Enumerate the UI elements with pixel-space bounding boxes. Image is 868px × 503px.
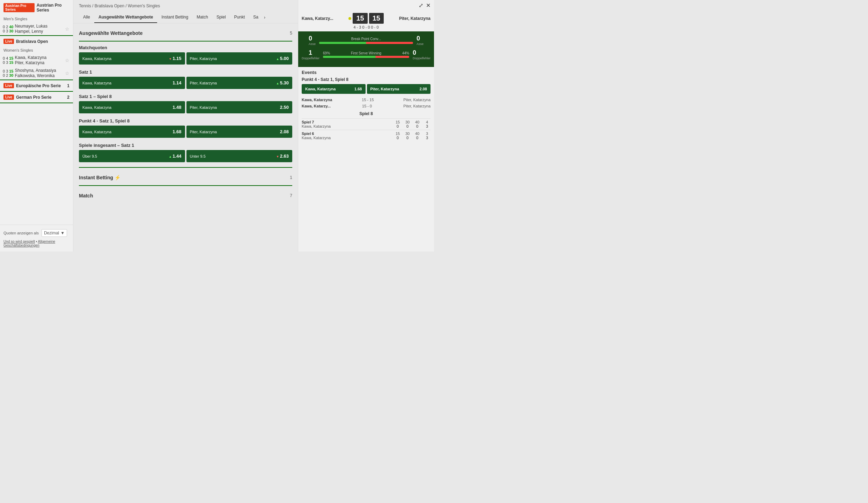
league-header-europaeische[interactable]: Live Europäische Pro Serie 1 (0, 80, 73, 91)
bet-btn-kawa-satz1[interactable]: Kawa, Katarzyna 1.14 (79, 77, 185, 89)
favorite-star-neumayer[interactable]: ☆ (65, 26, 69, 32)
odds-select[interactable]: Dezimal ▼ (42, 229, 67, 237)
tab-match[interactable]: Match (192, 12, 212, 23)
score-event-row-1: Kawa, Katarzyna 15 - 15 Piter, Katarzyna (302, 97, 431, 103)
stat-right-val-break: 0 (417, 35, 427, 42)
section-header-instant[interactable]: Instant Betting ⚡ 1 (79, 171, 292, 183)
tab-punkt[interactable]: Punkt (230, 12, 249, 23)
bet-group-title-punkt4: Punkt 4 - Satz 1, Spiel 8 (79, 118, 292, 123)
bet-row-satz1-spiel8: Kawa, Katarzyna 1.48 Piter, Katarzyna 2.… (79, 101, 292, 113)
event-bet-btn-kawa[interactable]: Kawa, Katarzyna 1.68 (302, 84, 366, 94)
event-bet-name-piter: Piter, Katarzyna (370, 87, 399, 91)
section-count-match: 7 (290, 193, 292, 198)
league-name-europaeische: Europäische Pro Serie (16, 83, 61, 88)
stat-row-break: 0 Asse Break Point Conv... 0 Asse (302, 35, 431, 46)
live-badge-bratislava: Live (3, 39, 14, 44)
spiel-label-7: Spiel 7 Kawa, Katarzyna (302, 120, 331, 128)
spiel-history: Spiel 7 Kawa, Katarzyna 150 300 400 43 (302, 118, 431, 141)
stat-right-sub-break: Asse (417, 42, 431, 46)
match-names-shoshyna: Shoshyna, Anastasiya Falkowska, Weronika (15, 68, 64, 78)
bet-row-spiele: Über 9.5 ▲1.44 Unter 9.5 ▼2.63 (79, 150, 292, 162)
stats-area: 0 Asse Break Point Conv... 0 Asse 1 Dopp… (298, 31, 434, 67)
dropdown-arrow-icon: ▼ (60, 231, 65, 235)
betting-area: Ausgewählte Wettangebote 5 Matchquoten K… (73, 23, 298, 252)
spiel-col-6-30: 300 (404, 132, 411, 140)
section-header-match[interactable]: Match 7 (79, 189, 292, 201)
spiel-row-6: Spiel 6 Kawa, Katarzyna 150 300 400 33 (302, 130, 431, 141)
player1-kawa: Kawa, Katarzyna (15, 55, 64, 60)
league-count-german: 2 (67, 95, 69, 100)
tabs-bar: Alle Ausgewählte Wettangebote Instant Be… (73, 12, 298, 23)
league-bratislava: Live Bratislava Open Women's Singles 041… (0, 36, 73, 80)
stat-bar-serve (323, 56, 409, 58)
resize-icon[interactable]: ⤢ (419, 2, 423, 9)
bet-btn-piter-s1s8[interactable]: Piter, Katarzyna 2.50 (186, 101, 293, 113)
bet-group-satz1: Satz 1 Kawa, Katarzyna 1.14 Piter, Katar… (79, 69, 292, 89)
event-bet-odds-kawa: 1.68 (354, 87, 362, 91)
bet-btn-unter[interactable]: Unter 9.5 ▼2.63 (186, 150, 293, 162)
bet-btn-kawa-s1s8[interactable]: Kawa, Katarzyna 1.48 (79, 101, 185, 113)
bet-btn-piter-match[interactable]: Piter, Katarzyna ▲5.00 (186, 52, 293, 65)
footer-link-rules[interactable]: Und so wird gespielt (3, 240, 35, 243)
bet-btn-piter-punkt4[interactable]: Piter, Katarzyna 2.08 (186, 126, 293, 138)
bet-btn-kawa-match[interactable]: Kawa, Katarzyna ▼1.15 (79, 52, 185, 65)
bet-odds-kawa-punkt4: 1.68 (172, 129, 181, 134)
stat-left-pct-serve: 69% (323, 51, 330, 55)
close-icon[interactable]: ✕ (426, 2, 431, 9)
spiel-col-6-40: 400 (414, 132, 421, 140)
stat-center-serve: 69% First Serve Winning 44% (319, 51, 413, 58)
right-panel-header: ⤢ ✕ (298, 0, 434, 11)
section-divider-instant (79, 167, 292, 168)
league-header-german[interactable]: Live German Pro Serie 2 (0, 92, 73, 103)
section-divider-match (79, 185, 292, 186)
bet-group-spiele: Spiele insgesamt – Satz 1 Über 9.5 ▲1.44… (79, 143, 292, 162)
league-header-austrian[interactable]: Austrian Pro Series Austrian Pro Series (0, 0, 73, 15)
bet-btn-piter-satz1[interactable]: Piter, Katarzyna ▲5.30 (186, 77, 293, 89)
stat-left-sub-serve: Doppelfehler (302, 57, 319, 60)
section-count-ausgewaehlte: 5 (290, 31, 292, 36)
bet-btn-uber[interactable]: Über 9.5 ▲1.44 (79, 150, 185, 162)
spiel-col-7-fin: 43 (424, 120, 431, 128)
section-divider-top (79, 41, 292, 42)
bet-name-piter-s1s8: Piter, Katarzyna (190, 105, 217, 110)
bet-odds-kawa-match: ▼1.15 (169, 56, 181, 61)
event-bet-btn-piter[interactable]: Piter, Katarzyna 2.08 (367, 84, 431, 94)
category-mens-singles: Men's Singles (0, 15, 73, 22)
event-label: Punkt 4 - Satz 1, Spiel 8 (302, 77, 431, 82)
match-scores-neumayer: 0240 0330 (3, 25, 14, 33)
stat-left-sub-break: Asse (302, 42, 316, 46)
favorite-star-shoshyna[interactable]: ☆ (65, 70, 69, 76)
tab-spiel[interactable]: Spiel (212, 12, 230, 23)
tab-sa[interactable]: Sa (249, 12, 263, 23)
league-name-austrian: Austrian Pro Series (37, 3, 69, 13)
bet-group-title-satz1-spiel8: Satz 1 – Spiel 8 (79, 94, 292, 99)
odds-display: Quoten anzeigen als Dezimal ▼ (3, 229, 69, 237)
match-kawa-piter[interactable]: 0415 0315 Kawa, Katarzyna Piter, Katarzy… (0, 54, 73, 67)
tab-scroll-right[interactable]: › (263, 12, 267, 23)
stat-right-sub-serve: Doppelfehler (413, 57, 431, 60)
league-header-bratislava[interactable]: Live Bratislava Open (0, 36, 73, 47)
event-bet-odds-piter: 2.08 (420, 87, 427, 91)
bet-group-satz1-spiel8: Satz 1 – Spiel 8 Kawa, Katarzyna 1.48 Pi… (79, 94, 292, 113)
league-count-europaeische: 1 (67, 83, 69, 88)
bet-btn-kawa-punkt4[interactable]: Kawa, Katarzyna 1.68 (79, 126, 185, 138)
tab-alle[interactable]: Alle (79, 12, 94, 23)
bet-group-title-satz1: Satz 1 (79, 69, 292, 75)
spiel-col-6-fin: 33 (424, 132, 431, 140)
favorite-star-kawa[interactable]: ☆ (65, 58, 69, 63)
score-event-row-2: Kawa, Katarzy... 15 - 0 Piter, Katarzyna (302, 103, 431, 109)
bet-row-punkt4: Kawa, Katarzyna 1.68 Piter, Katarzyna 2.… (79, 126, 292, 138)
spiel-player-7: Kawa, Katarzyna (302, 124, 331, 128)
bet-odds-uber: ▲1.44 (169, 153, 181, 159)
section-header-ausgewaehlte: Ausgewählte Wettangebote 5 (79, 27, 292, 39)
tab-ausgewaehlte[interactable]: Ausgewählte Wettangebote (94, 12, 157, 23)
score-event-name-1: Kawa, Katarzyna (302, 98, 332, 102)
spiel-scores-6: 150 300 400 33 (394, 132, 431, 140)
bet-name-piter-punkt4: Piter, Katarzyna (190, 130, 217, 134)
stat-label-break: Break Point Conv... (319, 37, 413, 41)
bet-group-matchquoten: Matchquoten Kawa, Katarzyna ▼1.15 Piter,… (79, 45, 292, 65)
tab-instant[interactable]: Instant Betting (157, 12, 192, 23)
match-neumayer[interactable]: 0240 0330 Neumayer, Lukas Hampel, Lenny … (0, 22, 73, 35)
event-bet-name-kawa: Kawa, Katarzyna (305, 87, 336, 91)
match-shoshyna[interactable]: 0315 0230 Shoshyna, Anastasiya Falkowska… (0, 67, 73, 80)
